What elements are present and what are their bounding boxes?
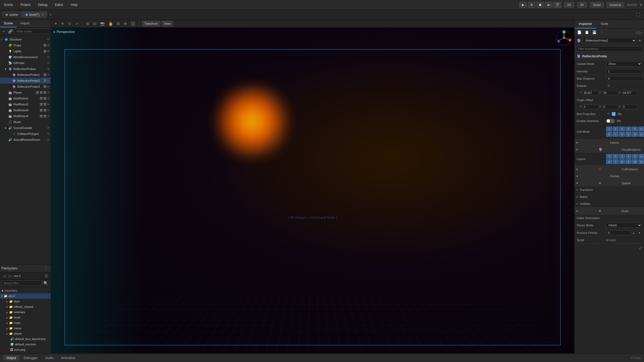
tree-item-giprobe[interactable]: 📡 GIProbe 👁 xyxy=(0,60,51,66)
pause-button[interactable]: ⏸ xyxy=(528,2,535,8)
transform-button[interactable]: Transform xyxy=(142,21,160,26)
fs-item-menu[interactable]: ▸ 📁 menu xyxy=(0,326,51,331)
fs-item-main[interactable]: ▸ 📁 main xyxy=(0,320,51,326)
fs-item-enemies[interactable]: ▸ 📁 enemies xyxy=(0,309,51,315)
renderer-dropdown-icon[interactable]: ▾ xyxy=(640,3,642,7)
inspector-more[interactable]: ⋮ xyxy=(599,30,604,35)
tab-level-close[interactable]: × xyxy=(42,13,44,17)
stop-button[interactable]: ⏹ xyxy=(536,2,544,8)
status-tab-output[interactable]: Output xyxy=(3,355,19,361)
layer-10[interactable]: 10 xyxy=(632,159,638,164)
eye-structure[interactable]: 👁 xyxy=(47,38,50,41)
box-projection-checkbox[interactable] xyxy=(612,112,616,116)
tool-use-local[interactable]: ⊞ xyxy=(85,21,90,26)
movie-button[interactable]: 🎬 xyxy=(554,2,561,8)
section-portals-header[interactable]: ▸ Portals xyxy=(575,173,644,179)
instance-node-button[interactable]: 🔗 xyxy=(7,29,14,34)
inspector-search-input[interactable] xyxy=(576,46,642,51)
origin-y-input[interactable] xyxy=(602,105,618,109)
tree-item-soundoutside[interactable]: ▾ 🔊 SoundOutside 👁 xyxy=(0,125,51,131)
viewport[interactable]: ▸ Perspective Y X Z xyxy=(51,28,574,353)
filter-nodes-input[interactable] xyxy=(15,29,51,34)
menu-project[interactable]: Project xyxy=(19,2,32,8)
vis-props[interactable]: 👁 xyxy=(47,44,50,47)
cull-6[interactable]: 6 xyxy=(606,132,612,137)
tree-item-reflprobe3[interactable]: 🔮 ReflectionProbe3 🎬👁 xyxy=(0,84,51,90)
process-priority-up[interactable]: ▲ xyxy=(631,231,636,235)
status-tab-debugger[interactable]: Debugger xyxy=(20,355,41,361)
tab-scene[interactable]: scene xyxy=(2,12,21,18)
process-priority-down[interactable]: ▼ xyxy=(637,231,642,235)
cull-2[interactable]: 2 xyxy=(613,127,619,131)
fs-item-effects[interactable]: ▸ 📁 effects_shared xyxy=(0,304,51,309)
fs-layout-button[interactable]: ☰ xyxy=(43,273,49,279)
layer-16[interactable]: 16 xyxy=(638,159,644,164)
film-rp1[interactable]: 🎬 xyxy=(43,73,46,76)
menu-editor[interactable]: Editor xyxy=(53,2,65,8)
fs-item-icon[interactable]: 🖼 icon.png xyxy=(0,347,51,352)
tool-scale[interactable]: ⤢ xyxy=(74,21,79,26)
eye-reflprobes[interactable]: 👁 xyxy=(47,68,50,71)
tab-inspector[interactable]: Inspector xyxy=(575,20,596,28)
node-name-select[interactable]: ReflectionProbe2 xyxy=(583,38,636,43)
film-rp3[interactable]: 🎬 xyxy=(43,85,46,88)
tree-item-redrobot4[interactable]: 🤖 RedRobot4 🎬🎬👁 xyxy=(0,113,51,119)
fs-item-res[interactable]: ▾ 📁 res:// xyxy=(0,293,51,299)
layer-7[interactable]: 7 xyxy=(613,159,619,164)
tool-camera[interactable]: 📷 xyxy=(99,21,106,26)
fs-back-button[interactable]: ◁ xyxy=(2,273,7,279)
extents-x-input[interactable] xyxy=(583,91,599,95)
update-mode-select[interactable]: Once xyxy=(606,61,642,67)
eye-rp2[interactable]: 👁 xyxy=(47,79,50,82)
tree-item-reflprobe1[interactable]: 🔮 ReflectionProbe1 🎬👁 xyxy=(0,72,51,78)
cull-11[interactable]: 11 xyxy=(638,127,644,131)
tool-move[interactable]: ✛ xyxy=(60,21,65,26)
tool-snap[interactable]: ⊟ xyxy=(92,21,97,26)
section-vi-header[interactable]: ▸ 🔮 VisualInstance xyxy=(575,146,644,153)
menu-help[interactable]: Help xyxy=(69,2,79,8)
process-priority-input[interactable] xyxy=(606,230,630,235)
expand-all-button[interactable]: ⤢ xyxy=(639,245,642,250)
tree-item-player[interactable]: 🤖 Player 🎬🎬🎬👁 xyxy=(0,90,51,95)
fs-item-player[interactable]: ▸ 📁 player xyxy=(0,331,51,336)
layer-9[interactable]: 9 xyxy=(625,159,631,164)
tab-scene-tree[interactable]: Scene xyxy=(0,20,17,27)
tool-lock[interactable]: 🔒 xyxy=(107,21,114,26)
tree-item-music[interactable]: 🎵 Music xyxy=(0,119,51,125)
tool-rotate[interactable]: ↻ xyxy=(67,21,72,26)
fs-item-door[interactable]: ▸ 📁 door xyxy=(0,299,51,304)
cull-8[interactable]: 8 xyxy=(619,132,625,137)
eye-rp3[interactable]: 👁 xyxy=(47,85,50,88)
node-select-dropdown[interactable]: ▾ xyxy=(638,38,642,43)
tree-item-lights[interactable]: 💡 Lights 🎬👁 xyxy=(0,48,51,54)
eye-giprobe[interactable]: 👁 xyxy=(47,62,50,65)
menu-debug[interactable]: Debug xyxy=(36,2,49,8)
film-rp2[interactable]: 🎬 xyxy=(43,79,46,82)
tab-import[interactable]: Import xyxy=(17,20,33,27)
add-node-button[interactable]: + xyxy=(2,29,6,34)
inspector-next[interactable]: ▷ xyxy=(639,30,642,35)
tree-item-soundreactor[interactable]: 🔊 SoundReactorRoom 👁 xyxy=(0,137,51,143)
tree-item-redrobot1[interactable]: 🤖 RedRobot1 🎬🎬👁 xyxy=(0,95,51,101)
status-tab-audio[interactable]: Audio xyxy=(42,355,57,361)
fs-forward-button[interactable]: ▷ xyxy=(8,273,13,279)
view-button[interactable]: View xyxy=(162,21,173,26)
section-node-header[interactable]: ▸ ⊕ Node xyxy=(575,208,644,214)
pause-mode-select[interactable]: Inherit xyxy=(606,223,642,228)
cull-9[interactable]: 9 xyxy=(625,132,631,137)
section-spatial-header[interactable]: ▸ ⊕ Spatial xyxy=(575,180,644,186)
cull-4[interactable]: 4 xyxy=(625,127,631,131)
tree-item-redrobot2[interactable]: 🤖 RedRobot2 🎬🎬👁 xyxy=(0,101,51,107)
layer-5[interactable]: 5 xyxy=(632,154,638,159)
tool-align[interactable]: ⊞ xyxy=(116,21,121,26)
cull-3[interactable]: 3 xyxy=(619,127,625,131)
layer-11[interactable]: 11 xyxy=(638,154,644,159)
filesystem-options-button[interactable]: ⋮ xyxy=(43,266,49,271)
inspector-history-back[interactable]: 📄 xyxy=(576,30,583,35)
tree-item-reflprobe2[interactable]: 🔮 ReflectionProbe2 🎬👁 xyxy=(0,78,51,84)
expand-viewport-button[interactable]: ⛶ xyxy=(634,12,642,18)
fs-item-level[interactable]: ▸ 📁 level xyxy=(0,315,51,320)
tab-add-button[interactable]: + xyxy=(49,12,52,17)
tree-item-collisionpoly[interactable]: ⬡ CollisionPolygon 👁 xyxy=(0,131,51,137)
tree-item-redrobot3[interactable]: 🤖 RedRobot3 🎬🎬👁 xyxy=(0,107,51,113)
